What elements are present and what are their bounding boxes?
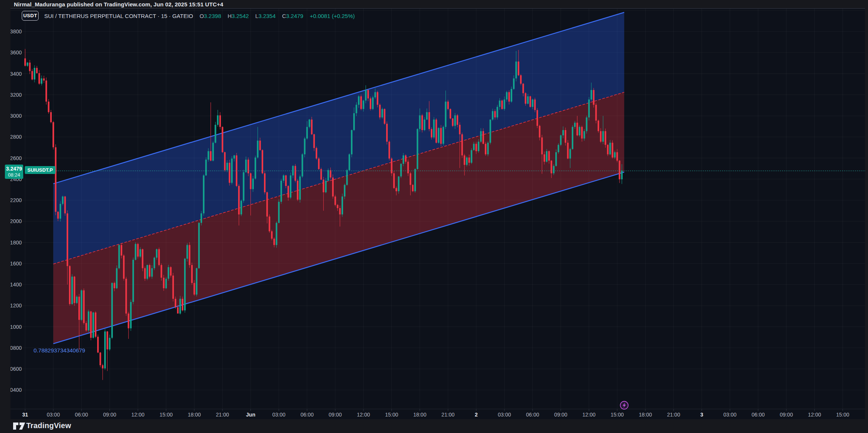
- price-axis-label[interactable]: 3.3600: [10, 49, 22, 55]
- time-axis-label[interactable]: 03:00: [47, 412, 60, 418]
- price-axis-label[interactable]: 3.1800: [10, 240, 22, 246]
- price-axis-label[interactable]: 3.1600: [10, 261, 22, 267]
- time-axis-label[interactable]: 15:00: [611, 412, 624, 418]
- time-axis-label[interactable]: 03:00: [723, 412, 736, 418]
- price-axis-label[interactable]: 3.1400: [10, 282, 22, 288]
- candlestick-chart-canvas[interactable]: 3.38003.36003.34003.32003.30003.28003.26…: [10, 9, 865, 419]
- time-axis-label[interactable]: 09:00: [780, 412, 793, 418]
- high-value: 3.2542: [232, 13, 249, 19]
- price-axis-label[interactable]: 3.2800: [10, 134, 22, 140]
- price-axis-label[interactable]: 3.0800: [10, 345, 22, 351]
- time-axis-label[interactable]: 21:00: [216, 412, 229, 418]
- time-axis-label[interactable]: 12:00: [357, 412, 370, 418]
- low-value: 3.2354: [258, 13, 276, 19]
- time-axis-label[interactable]: 06:00: [300, 412, 313, 418]
- time-axis-label[interactable]: 31: [22, 412, 28, 418]
- price-axis-label[interactable]: 3.3400: [10, 71, 22, 77]
- price-axis-label[interactable]: 3.3000: [10, 113, 22, 119]
- time-axis-label[interactable]: 09:00: [103, 412, 116, 418]
- time-axis-label[interactable]: 09:00: [329, 412, 342, 418]
- time-axis-label[interactable]: 21:00: [667, 412, 680, 418]
- publish-header: Nirmal_Maduranga published on TradingVie…: [14, 1, 223, 7]
- time-axis-label[interactable]: 12:00: [582, 412, 595, 418]
- time-axis-label[interactable]: 03:00: [498, 412, 511, 418]
- price-axis-label[interactable]: 3.1200: [10, 303, 22, 309]
- price-axis-label[interactable]: 3.3800: [10, 28, 22, 34]
- time-axis-label[interactable]: 06:00: [751, 412, 765, 418]
- close-label: C: [282, 13, 286, 19]
- time-axis-label[interactable]: 15:00: [385, 412, 398, 418]
- time-axis-label[interactable]: 06:00: [526, 412, 539, 418]
- price-axis-label[interactable]: 3.0600: [10, 366, 22, 372]
- time-axis-label[interactable]: 15:00: [836, 412, 849, 418]
- close-value: 3.2479: [286, 13, 303, 19]
- chart-panel[interactable]: 3.38003.36003.34003.32003.30003.28003.26…: [10, 8, 865, 420]
- current-price-value: 3.2479: [5, 165, 23, 172]
- bar-countdown: 08:24: [5, 172, 23, 178]
- quote-currency-badge: USDT: [22, 11, 39, 21]
- price-axis-label[interactable]: 3.3200: [10, 92, 22, 98]
- time-axis-label[interactable]: Jun: [246, 412, 255, 418]
- symbol-title: SUI / TETHERUS PERPETUAL CONTRACT · 15 ·…: [44, 13, 193, 19]
- time-axis-label[interactable]: 12:00: [131, 412, 144, 418]
- price-axis-label[interactable]: 3.2600: [10, 155, 22, 161]
- brand-wordmark[interactable]: TradingView: [26, 421, 71, 430]
- price-axis-label[interactable]: 3.2000: [10, 218, 22, 224]
- price-axis-label[interactable]: 3.2200: [10, 197, 22, 203]
- time-axis-label[interactable]: 09:00: [554, 412, 567, 418]
- open-label: O: [199, 13, 204, 19]
- snapshot-footer: TradingView: [0, 419, 868, 433]
- time-axis-label[interactable]: 18:00: [413, 412, 426, 418]
- low-label: L: [255, 13, 258, 19]
- time-axis-label[interactable]: 03:00: [272, 412, 285, 418]
- channel-ratio-annotation[interactable]: 0.788293734340679: [34, 347, 85, 354]
- time-axis-label[interactable]: 12:00: [808, 412, 821, 418]
- price-axis-label[interactable]: 3.1000: [10, 324, 22, 330]
- time-axis-label[interactable]: 3: [700, 412, 703, 418]
- change-value: +0.0081 (+0.25%): [310, 13, 355, 19]
- time-axis-label[interactable]: 21:00: [441, 412, 454, 418]
- tradingview-logo-icon: [13, 421, 25, 431]
- time-axis-label[interactable]: 06:00: [75, 412, 88, 418]
- symbol-info-bar: USDT SUI / TETHERUS PERPETUAL CONTRACT ·…: [27, 13, 355, 19]
- current-price-flag: 3.2479 08:24: [5, 165, 23, 179]
- open-value: 3.2398: [204, 13, 221, 19]
- time-axis-label[interactable]: 18:00: [188, 412, 201, 418]
- time-axis-label[interactable]: 18:00: [639, 412, 652, 418]
- time-axis-label[interactable]: 15:00: [159, 412, 172, 418]
- high-label: H: [228, 13, 232, 19]
- time-axis-label[interactable]: 2: [475, 412, 478, 418]
- symbol-price-tag: SUIUSDT.P: [25, 166, 55, 174]
- price-axis-label[interactable]: 3.0400: [10, 387, 22, 393]
